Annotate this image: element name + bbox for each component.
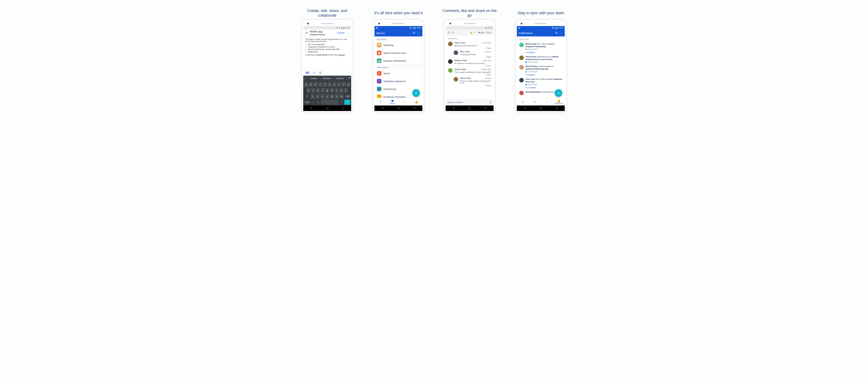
list-icon[interactable]: ☰ (319, 71, 321, 74)
share-icon[interactable]: �ційні (478, 31, 485, 34)
key[interactable]: b (330, 94, 334, 99)
key[interactable]: g (325, 88, 329, 93)
space-item[interactable]: ☕Business development› (374, 57, 422, 65)
key-period[interactable]: . (339, 100, 344, 105)
more-updates[interactable]: +3 updates (526, 74, 562, 76)
suggestion[interactable]: released (320, 77, 333, 80)
phone-frame: ▦ ▫ ✱ ▾ ◢ ▮ 15:03 Spaces ⋮ My Spaces 📊Ma… (372, 19, 425, 113)
nav-home-icon[interactable]: ◯ (468, 107, 471, 109)
status-dot (526, 71, 527, 72)
more-updates[interactable]: +12 updates (526, 86, 562, 89)
key[interactable]: t5 (323, 82, 327, 87)
nav-home-icon[interactable]: ◯ (397, 107, 399, 109)
nav-recent-icon[interactable]: ◻ (342, 107, 344, 109)
nav-back-icon[interactable]: ◁ (453, 107, 454, 109)
suggestion[interactable]: releases (333, 77, 346, 80)
notification-item[interactable]: Chris Lam and 4 others updated Squirrels… (517, 76, 565, 89)
reply-button[interactable]: ↩ Reply (454, 47, 491, 49)
key[interactable]: i8 (337, 82, 341, 87)
key[interactable]: r4 (318, 82, 322, 87)
nav-down-icon[interactable]: ▽ (310, 107, 312, 109)
nav-home-icon[interactable]: ◯ (539, 107, 542, 109)
key-symbols[interactable]: ?123 (304, 100, 310, 105)
editor-body[interactable]: The team is really excited to get starte… (303, 36, 351, 70)
key-shift[interactable]: ⇧ (304, 94, 310, 99)
reply-button[interactable]: ↩ Reply (460, 56, 491, 58)
nav-starred[interactable]: ☆ (541, 98, 553, 105)
fab-create[interactable]: ＋ (555, 89, 562, 97)
more-icon[interactable]: ⋮ (560, 31, 563, 35)
more-icon[interactable]: ⋮ (346, 31, 349, 35)
nav-back-icon[interactable]: ◁ (524, 107, 526, 109)
key[interactable]: h (330, 88, 334, 93)
reply-button[interactable]: ↩ Reply (460, 85, 491, 86)
key[interactable]: m (340, 94, 344, 99)
key[interactable]: k (339, 88, 343, 93)
text-style-icon[interactable]: TT (313, 71, 316, 74)
chevron-icon[interactable]: › (303, 77, 307, 80)
key[interactable]: w2 (309, 82, 313, 87)
key-emoji[interactable]: ☺ (316, 100, 320, 105)
fab-create[interactable]: ＋ (412, 89, 420, 97)
key[interactable]: o9 (342, 82, 346, 87)
key[interactable]: a (306, 88, 311, 93)
key-space[interactable] (321, 100, 339, 105)
share-label[interactable]: Share (486, 31, 492, 34)
battery-icon: ▮ (343, 27, 344, 29)
mic-icon[interactable]: 🎤 (346, 77, 351, 80)
search-icon[interactable] (413, 31, 416, 35)
nav-home-icon[interactable]: ◯ (326, 107, 328, 109)
like-icon[interactable]: 👍 (470, 31, 472, 34)
key[interactable]: p0 (346, 82, 350, 87)
space-item[interactable]: 📋Squirrel software team› (374, 49, 422, 57)
publish-button[interactable]: Publish (337, 32, 345, 34)
comments-icon[interactable]: 💬 (448, 31, 450, 34)
nav-spaces[interactable]: 🖿Spaces (386, 98, 398, 105)
nav-starred[interactable]: ☆ (398, 98, 410, 105)
reply-button[interactable]: ↩ Reply (454, 65, 491, 67)
key[interactable]: y6 (328, 82, 332, 87)
nav-notifications[interactable]: 🔔 (410, 98, 422, 105)
key[interactable]: x (315, 94, 320, 99)
nav-recent[interactable]: ◷ (517, 98, 529, 105)
more-icon[interactable]: ⋮ (417, 31, 421, 35)
key-enter[interactable]: ↵ (344, 100, 350, 105)
reply-button[interactable]: ↩ Reply (454, 74, 491, 76)
key[interactable]: d (316, 88, 320, 93)
nav-recent[interactable]: ◷ (374, 98, 386, 105)
key[interactable]: q1 (304, 82, 308, 87)
search-icon[interactable] (555, 31, 558, 35)
nav-recent-icon[interactable]: ◻ (556, 107, 558, 109)
key[interactable]: c (320, 94, 324, 99)
space-item[interactable]: 🎯Social› (374, 70, 422, 77)
notification-item[interactable]: Moira Craig and 2 others updated Employe… (517, 41, 565, 54)
nav-notifications[interactable]: 🔔Notifications (553, 98, 565, 105)
comment-placeholder: Type a comment (448, 101, 463, 104)
key[interactable]: l (344, 88, 348, 93)
key[interactable]: f (320, 88, 324, 93)
space-item[interactable]: 🪑Workplace experience› (374, 77, 422, 85)
soft-keyboard[interactable]: › release released releases 🎤 q1w2e3r4t5… (303, 76, 351, 105)
key[interactable]: u7 (332, 82, 336, 87)
key[interactable]: n (335, 94, 339, 99)
key[interactable]: e3 (313, 82, 317, 87)
key[interactable]: z (311, 94, 315, 99)
key-comma[interactable]: , (311, 100, 315, 105)
more-updates[interactable]: +4 updates (526, 51, 562, 54)
nav-spaces[interactable]: 🗀 (529, 98, 541, 105)
key[interactable]: j (335, 88, 339, 93)
space-item[interactable]: 📊Marketing› (374, 41, 422, 49)
nav-back-icon[interactable]: ◁ (381, 107, 383, 109)
mention-icon[interactable]: @ (489, 101, 492, 104)
close-icon[interactable]: ✕ (305, 31, 308, 35)
notification-item[interactable]: Alana Grant mentioned you on Mobile requ… (517, 54, 565, 63)
notification-item[interactable]: David Stevens made updates on Outbound M… (517, 63, 565, 76)
nav-recent-icon[interactable]: ◻ (485, 107, 487, 109)
comment-input[interactable]: Type a comment @ (446, 99, 494, 105)
suggestion[interactable]: release (307, 77, 320, 80)
nav-recent-icon[interactable]: ◻ (413, 107, 415, 109)
key-backspace[interactable]: ⌫ (344, 94, 350, 99)
key[interactable]: s (311, 88, 315, 93)
keyboard-icon[interactable]: ⌨ (305, 71, 309, 74)
key[interactable]: v (325, 94, 330, 99)
